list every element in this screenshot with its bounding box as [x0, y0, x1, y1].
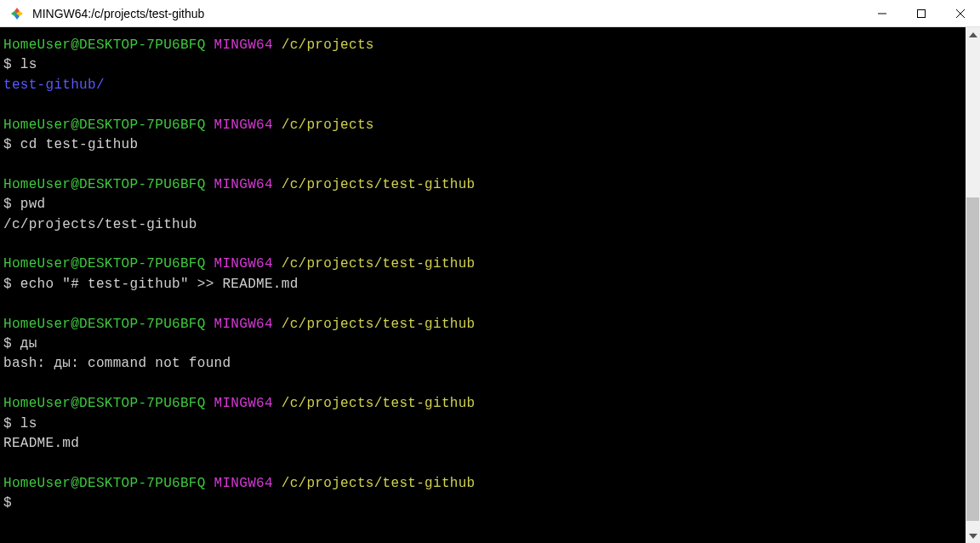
prompt-line: HomeUser@DESKTOP-7PU6BFQ MINGW64 /c/proj…	[3, 474, 962, 494]
prompt-line: HomeUser@DESKTOP-7PU6BFQ MINGW64 /c/proj…	[3, 394, 962, 414]
blank-line	[3, 454, 962, 473]
prompt-line: HomeUser@DESKTOP-7PU6BFQ MINGW64 /c/proj…	[3, 315, 962, 334]
window-title: MINGW64:/c/projects/test-github	[32, 7, 863, 20]
scroll-down-arrow[interactable]	[966, 529, 980, 543]
svg-rect-5	[918, 10, 926, 18]
blank-line	[3, 155, 962, 174]
command-line: $ ls	[3, 55, 962, 75]
prompt-line: HomeUser@DESKTOP-7PU6BFQ MINGW64 /c/proj…	[3, 116, 962, 135]
scrollbar-thumb[interactable]	[966, 197, 979, 521]
blank-line	[3, 374, 962, 394]
output-line: README.md	[3, 434, 962, 454]
command-line: $ pwd	[3, 195, 962, 214]
blank-line	[3, 95, 962, 115]
title-bar: MINGW64:/c/projects/test-github	[0, 0, 980, 27]
prompt-line: HomeUser@DESKTOP-7PU6BFQ MINGW64 /c/proj…	[3, 36, 962, 55]
prompt-line: HomeUser@DESKTOP-7PU6BFQ MINGW64 /c/proj…	[3, 175, 962, 195]
command-line: $ ls	[3, 414, 962, 434]
app-icon	[9, 5, 26, 22]
minimize-button[interactable]	[863, 0, 902, 27]
svg-marker-8	[969, 32, 977, 37]
output-line: /c/projects/test-github	[3, 215, 962, 235]
svg-marker-9	[969, 534, 977, 539]
prompt-line: HomeUser@DESKTOP-7PU6BFQ MINGW64 /c/proj…	[3, 254, 962, 274]
scrollbar[interactable]	[966, 27, 980, 543]
terminal-output[interactable]: HomeUser@DESKTOP-7PU6BFQ MINGW64 /c/proj…	[0, 27, 966, 543]
close-button[interactable]	[941, 0, 980, 27]
scroll-up-arrow[interactable]	[966, 27, 980, 42]
window-controls	[863, 0, 980, 26]
command-line: $ cd test-github	[3, 135, 962, 155]
command-line: $	[3, 494, 962, 513]
output-line: bash: ды: command not found	[3, 354, 962, 374]
maximize-button[interactable]	[902, 0, 941, 27]
output-line: test-github/	[3, 76, 962, 95]
blank-line	[3, 235, 962, 254]
command-line: $ ды	[3, 334, 962, 354]
blank-line	[3, 294, 962, 314]
command-line: $ echo "# test-github" >> README.md	[3, 275, 962, 294]
